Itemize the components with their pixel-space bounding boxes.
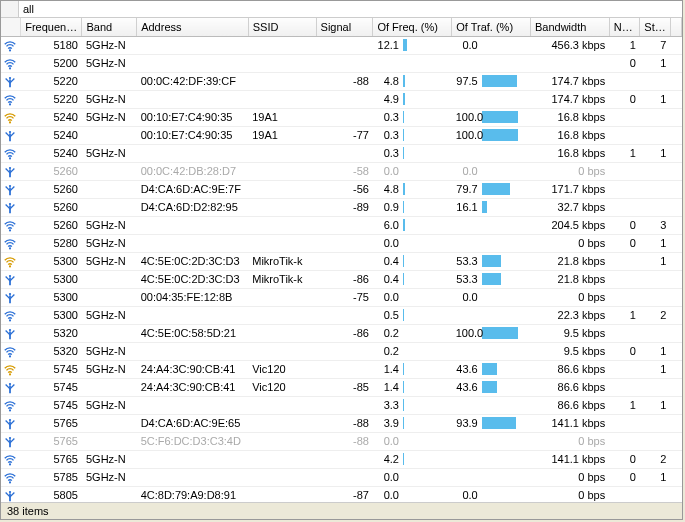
table-row[interactable]: 5765D4:CA:6D:AC:9E:65-88 3.9 93.9141.1 k… (1, 415, 682, 433)
table-row[interactable]: 52805GHz-N 0.00 bps01 (1, 235, 682, 253)
table-row[interactable]: 53005GHz-N 0.522.3 kbps12 (1, 307, 682, 325)
table-row[interactable]: 524000:10:E7:C4:90:3519A1-77 0.3 100.016… (1, 127, 682, 145)
cell-pad (670, 397, 681, 415)
header-sig[interactable]: Signal (316, 18, 373, 37)
header-pad[interactable] (670, 18, 681, 37)
header-ofreq[interactable]: Of Freq. (%) (373, 18, 452, 37)
header-freq[interactable]: Frequenc... (21, 18, 82, 37)
cell-bw: 9.5 kbps (530, 343, 609, 361)
cell-band: 5GHz-N (82, 91, 137, 109)
table-row[interactable]: 530000:04:35:FE:12:8B-75 0.0 0.00 bps (1, 289, 682, 307)
cell-addr (137, 55, 249, 73)
cell-pad (670, 91, 681, 109)
cell-addr: 4C:5E:0C:58:5D:21 (137, 325, 249, 343)
header-sta[interactable]: Stati... (640, 18, 671, 37)
table-row[interactable]: 57855GHz-N 0.00 bps01 (1, 469, 682, 487)
table-row[interactable]: 53005GHz-N4C:5E:0C:2D:3C:D3MikroTik-k 0.… (1, 253, 682, 271)
cell-pad (670, 109, 681, 127)
cell-sig: -88 (316, 415, 373, 433)
cell-icon (1, 217, 21, 235)
ant-icon (3, 273, 17, 287)
table-row[interactable]: 53004C:5E:0C:2D:3C:D3MikroTik-k-86 0.4 5… (1, 271, 682, 289)
cell-icon (1, 451, 21, 469)
table-row[interactable]: 53205GHz-N 0.29.5 kbps01 (1, 343, 682, 361)
table-row[interactable]: 58054C:8D:79:A9:D8:91-87 0.0 0.00 bps (1, 487, 682, 503)
cell-band (82, 415, 137, 433)
cell-band: 5GHz-N (82, 217, 137, 235)
header-addr[interactable]: Address (137, 18, 249, 37)
table-row[interactable]: 5260D4:CA:6D:AC:9E:7F-56 4.8 79.7171.7 k… (1, 181, 682, 199)
cell-addr (137, 469, 249, 487)
cell-icon (1, 397, 21, 415)
status-bar: 38 items (1, 502, 682, 519)
cell-freq: 5765 (21, 451, 82, 469)
table-row[interactable]: 52605GHz-N 6.0204.5 kbps03 (1, 217, 682, 235)
cell-sig (316, 145, 373, 163)
header-bw[interactable]: Bandwidth (530, 18, 609, 37)
cell-icon (1, 73, 21, 91)
header-band[interactable]: Band (82, 18, 137, 37)
table-row[interactable]: 57455GHz-N 3.386.6 kbps11 (1, 397, 682, 415)
cell-sta: 1 (640, 55, 671, 73)
cell-bar: 4.8 (373, 73, 452, 91)
cell-ssid (248, 235, 316, 253)
cell-icon (1, 415, 21, 433)
grid[interactable]: Frequenc... Band Address SSID Signal Of … (1, 18, 682, 502)
cell-bar: 4.9 (373, 91, 452, 109)
cell-bar: 0.0 (373, 289, 452, 307)
cell-addr (137, 307, 249, 325)
wifi-icon (3, 147, 17, 161)
cell-icon (1, 379, 21, 397)
cell-bar: 100.0 (452, 127, 531, 145)
header-otraf[interactable]: Of Traf. (%) (452, 18, 531, 37)
cell-ssid: MikroTik-k (248, 253, 316, 271)
cell-empty (452, 55, 531, 73)
cell-pad (670, 55, 681, 73)
table-row[interactable]: 51805GHz-N 12.1 0.0456.3 kbps17 (1, 37, 682, 55)
table-row[interactable]: 526000:0C:42:DB:28:D7-58 0.0 0.00 bps (1, 163, 682, 181)
cell-pad (670, 73, 681, 91)
cell-icon (1, 91, 21, 109)
table-row[interactable]: 52005GHz-N01 (1, 55, 682, 73)
cell-pad (670, 307, 681, 325)
table-row[interactable]: 53204C:5E:0C:58:5D:21-86 0.2 100.09.5 kb… (1, 325, 682, 343)
cell-bar: 0.5 (373, 307, 452, 325)
cell-pad (670, 451, 681, 469)
table-row[interactable]: 52405GHz-N00:10:E7:C4:90:3519A1 0.3 100.… (1, 109, 682, 127)
header-ssid[interactable]: SSID (248, 18, 316, 37)
cell-addr (137, 397, 249, 415)
cell-sta: 1 (640, 145, 671, 163)
wifi-icon (3, 57, 17, 71)
cell-sta: 2 (640, 451, 671, 469)
header-icon[interactable] (1, 18, 21, 37)
cell-bar: 0.0 (452, 289, 531, 307)
cell-icon (1, 127, 21, 145)
ant-icon (3, 381, 17, 395)
table-row[interactable]: 57455GHz-N24:A4:3C:90:CB:41Vic120 1.4 43… (1, 361, 682, 379)
wifi-icon (3, 309, 17, 323)
filter-input[interactable] (19, 1, 682, 17)
ant-icon (3, 165, 17, 179)
cell-ssid (248, 73, 316, 91)
cell-freq: 5320 (21, 343, 82, 361)
cell-bw: 16.8 kbps (530, 145, 609, 163)
cell-bar: 1.4 (373, 361, 452, 379)
table-row[interactable]: 57655C:F6:DC:D3:C3:4D-88 0.00 bps (1, 433, 682, 451)
table-row[interactable]: 57655GHz-N 4.2141.1 kbps02 (1, 451, 682, 469)
cell-addr (137, 235, 249, 253)
cell-bar: 0.0 (373, 163, 452, 181)
cell-sig: -56 (316, 181, 373, 199)
cell-net: 0 (609, 55, 640, 73)
table-row[interactable]: 574524:A4:3C:90:CB:41Vic120-85 1.4 43.68… (1, 379, 682, 397)
cell-freq: 5260 (21, 217, 82, 235)
table-row[interactable]: 52205GHz-N 4.9174.7 kbps01 (1, 91, 682, 109)
cell-net (609, 415, 640, 433)
cell-bar: 0.3 (373, 145, 452, 163)
table-row[interactable]: 5260D4:CA:6D:D2:82:95-89 0.9 16.132.7 kb… (1, 199, 682, 217)
header-net[interactable]: Net... (609, 18, 640, 37)
cell-icon (1, 199, 21, 217)
table-row[interactable]: 522000:0C:42:DF:39:CF-88 4.8 97.5174.7 k… (1, 73, 682, 91)
cell-ssid (248, 469, 316, 487)
table-row[interactable]: 52405GHz-N 0.316.8 kbps11 (1, 145, 682, 163)
cell-bw: 0 bps (530, 163, 609, 181)
